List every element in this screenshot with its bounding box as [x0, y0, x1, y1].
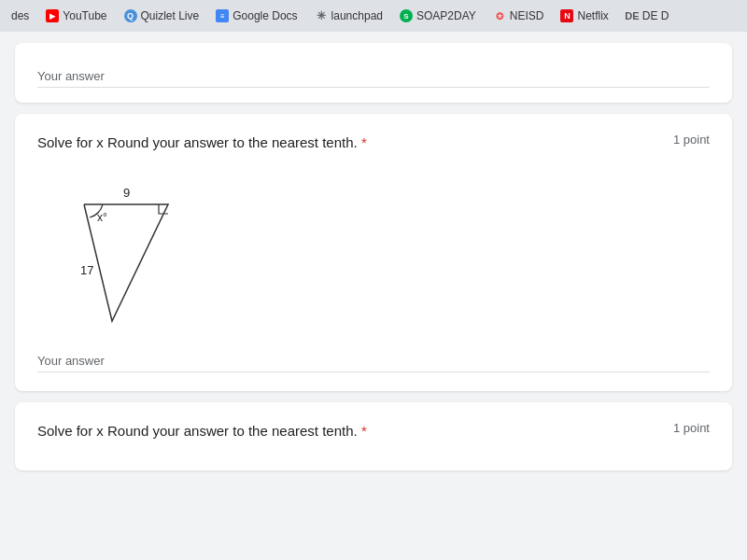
soap2day-icon: S — [400, 9, 413, 22]
third-card-required-star: * — [361, 423, 367, 439]
second-card-question-text: Solve for x Round your answer to the nea… — [37, 134, 358, 150]
tab-quizlet-label: Quizlet Live — [141, 9, 200, 22]
tab-netflix[interactable]: N Netflix — [553, 3, 615, 29]
first-card-answer-section: Your answer — [37, 69, 710, 88]
tab-googledocs[interactable]: ≡ Google Docs — [208, 3, 304, 29]
youtube-icon: ▶ — [46, 9, 59, 22]
tab-launchpad-label: launchpad — [331, 9, 383, 22]
triangle-svg: 9 17 x° — [56, 167, 205, 335]
side-top-label: 9 — [123, 186, 130, 200]
third-card: Solve for x Round your answer to the nea… — [15, 402, 732, 470]
googledocs-icon: ≡ — [216, 9, 229, 22]
second-card-answer-label[interactable]: Your answer — [37, 354, 710, 372]
second-card-header: Solve for x Round your answer to the nea… — [37, 133, 710, 152]
triangle-diagram: 9 17 x° — [56, 167, 205, 335]
launchpad-icon: ✳ — [315, 9, 328, 22]
second-card-required-star: * — [361, 134, 367, 150]
tab-soap2day[interactable]: S SOAP2DAY — [392, 3, 484, 29]
second-card-points: 1 point — [673, 133, 710, 147]
tab-de[interactable]: DE DE D — [618, 3, 677, 29]
tab-bar: des ▶ YouTube Q Quizlet Live ≡ Google Do… — [0, 0, 747, 32]
third-card-points: 1 point — [673, 421, 710, 435]
tab-quizlet[interactable]: Q Quizlet Live — [117, 3, 207, 29]
neisd-icon: ✪ — [493, 9, 506, 22]
tab-netflix-label: Netflix — [577, 9, 608, 22]
tab-des[interactable]: des — [4, 3, 36, 29]
third-card-header: Solve for x Round your answer to the nea… — [37, 421, 710, 441]
tab-youtube-label: YouTube — [63, 9, 106, 22]
third-card-question: Solve for x Round your answer to the nea… — [37, 421, 367, 441]
tab-des-label: des — [11, 9, 29, 22]
second-card-answer-section: Your answer — [37, 354, 710, 372]
second-card: Solve for x Round your answer to the nea… — [15, 114, 732, 391]
second-card-question: Solve for x Round your answer to the nea… — [37, 133, 367, 152]
third-card-question-text: Solve for x Round your answer to the nea… — [37, 423, 358, 439]
tab-de-label: DE D — [642, 9, 669, 22]
first-card-answer-label[interactable]: Your answer — [37, 69, 710, 88]
de-icon: DE — [626, 9, 639, 22]
main-content: Your answer Solve for x Round your answe… — [0, 32, 747, 560]
tab-neisd-label: NEISD — [510, 9, 544, 22]
netflix-icon: N — [560, 9, 573, 22]
quizlet-icon: Q — [124, 9, 137, 22]
tab-googledocs-label: Google Docs — [233, 9, 297, 22]
tab-youtube[interactable]: ▶ YouTube — [38, 3, 114, 29]
tab-launchpad[interactable]: ✳ launchpad — [307, 3, 390, 29]
tab-soap2day-label: SOAP2DAY — [416, 9, 476, 22]
tab-neisd[interactable]: ✪ NEISD — [486, 3, 552, 29]
first-card: Your answer — [15, 43, 732, 103]
side-left-label: 17 — [80, 263, 93, 277]
